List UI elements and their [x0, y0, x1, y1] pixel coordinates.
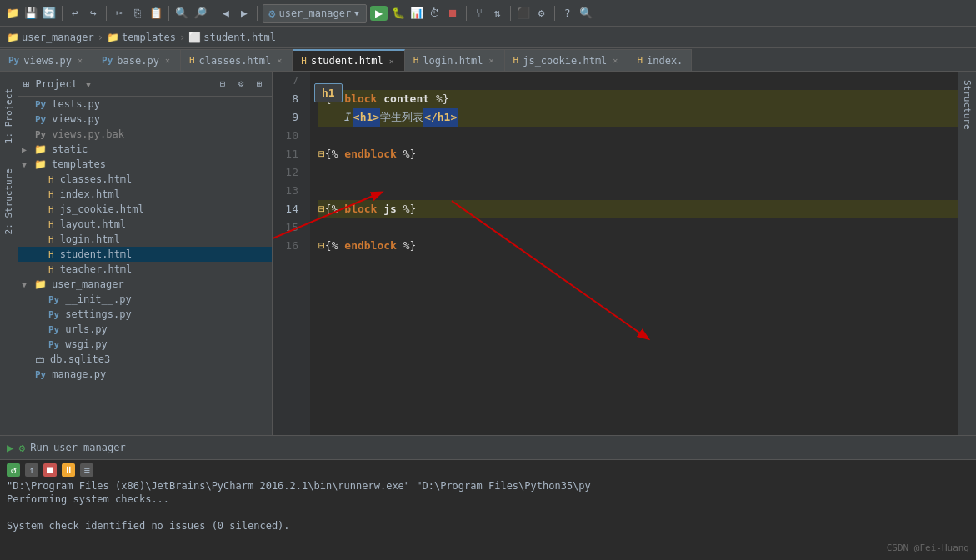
- run-button[interactable]: ▶: [370, 6, 388, 21]
- tree-item-teacher-html[interactable]: H teacher.html: [18, 262, 272, 277]
- code-line-11: ⊟ {% endblock %}: [318, 145, 958, 163]
- tab-index[interactable]: H index.: [628, 49, 692, 71]
- help-icon[interactable]: ?: [560, 6, 575, 21]
- find-next-icon[interactable]: 🔎: [193, 6, 208, 21]
- breadcrumb-project[interactable]: 📁 user_manager: [7, 32, 94, 43]
- console-list-btn[interactable]: ≡: [80, 463, 93, 477]
- tab-label: classes.html: [199, 55, 272, 67]
- tab-close-login-html[interactable]: ✕: [488, 56, 496, 65]
- run-config-dropdown[interactable]: ⚙ user_manager ▼: [263, 4, 367, 22]
- html-icon: H: [189, 55, 195, 66]
- console-stop-btn[interactable]: ⏹: [43, 463, 57, 477]
- tree-item-wsgi-py[interactable]: Py wsgi.py: [18, 337, 272, 352]
- tree-item-js-cookie-html[interactable]: H js_cookie.html: [18, 202, 272, 217]
- expand-icon[interactable]: ⊞: [252, 77, 267, 92]
- settings-icon[interactable]: ⚙: [534, 6, 549, 21]
- tree-item-views-py[interactable]: Py views.py: [18, 112, 272, 127]
- tree-item-index-html[interactable]: H index.html: [18, 187, 272, 202]
- editor-area[interactable]: h1 7 8 9 10 11 12 13 14 15 16: [273, 72, 958, 435]
- update-icon[interactable]: ⇅: [490, 6, 505, 21]
- console-rerun-btn[interactable]: ↺: [7, 463, 20, 477]
- breadcrumb-file[interactable]: ⬜ student.html: [188, 32, 276, 43]
- code-line-14: ⊟ {% block js %}: [318, 200, 958, 218]
- profile-icon[interactable]: ⏱: [428, 6, 443, 21]
- tab-close-js-cookie-html[interactable]: ✕: [611, 56, 619, 65]
- tree-item-init-py[interactable]: Py __init__.py: [18, 292, 272, 307]
- html-icon: H: [413, 55, 419, 66]
- redo-icon[interactable]: ↪: [86, 6, 101, 21]
- save-icon[interactable]: 💾: [23, 6, 38, 21]
- line-num-10: 10: [273, 127, 303, 145]
- sep7: [510, 6, 511, 21]
- stop-icon[interactable]: ⏹: [446, 6, 461, 21]
- forward-icon[interactable]: ▶: [237, 6, 252, 21]
- tree-item-student-html[interactable]: H student.html: [18, 247, 272, 262]
- cursor-caret: I: [343, 108, 350, 127]
- tab-views-py[interactable]: Py views.py ✕: [0, 49, 93, 71]
- tab-close-classes-html[interactable]: ✕: [275, 56, 283, 65]
- tab-close-base-py[interactable]: ✕: [163, 56, 172, 65]
- file-icon-py: Py: [48, 309, 59, 320]
- tab-label: index.: [647, 55, 683, 67]
- file-icon-html: H: [48, 264, 54, 275]
- undo-icon[interactable]: ↩: [68, 6, 83, 21]
- coverage-icon[interactable]: 📊: [409, 6, 424, 21]
- find-icon[interactable]: 🔍: [174, 6, 189, 21]
- tab-close-views-py[interactable]: ✕: [76, 56, 84, 65]
- tab-login-html[interactable]: H login.html ✕: [405, 49, 505, 71]
- console-up-btn[interactable]: ↑: [25, 463, 38, 477]
- line-numbers: 7 8 9 10 11 12 13 14 15 16: [273, 72, 310, 435]
- panel-tab-structure[interactable]: 2: Structure: [3, 168, 14, 234]
- console-pause-btn[interactable]: ⏸: [62, 463, 75, 477]
- tree-item-label: classes.html: [60, 173, 133, 185]
- tree-item-tests-py[interactable]: Py tests.py: [18, 97, 272, 112]
- file-icon-bak: Py: [35, 129, 46, 140]
- tree-item-layout-html[interactable]: H layout.html: [18, 217, 272, 232]
- tree-item-manage-py[interactable]: Py manage.py: [18, 367, 272, 382]
- tree-item-classes-html[interactable]: H classes.html: [18, 172, 272, 187]
- structure-panel-label[interactable]: Structure: [962, 80, 973, 130]
- settings-sidebar-icon[interactable]: ⚙: [233, 77, 248, 92]
- debug-icon[interactable]: 🐛: [391, 6, 406, 21]
- tab-label: login.html: [423, 55, 483, 67]
- file-icon-html: H: [48, 249, 54, 260]
- selected-h1-open: <h1>: [353, 108, 380, 127]
- panel-tab-project[interactable]: 1: Project: [3, 88, 14, 143]
- terminal-icon[interactable]: ⬛: [516, 6, 531, 21]
- selected-h1-close: </h1>: [423, 108, 458, 127]
- tab-js-cookie-html[interactable]: H js_cookie.html ✕: [505, 49, 629, 71]
- vcs-icon[interactable]: ⑂: [472, 6, 487, 21]
- back-icon[interactable]: ◀: [218, 6, 233, 21]
- tree-item-user-manager[interactable]: ▼ 📁 user_manager: [18, 277, 272, 292]
- tab-label: views.py: [23, 55, 72, 67]
- tab-classes-html[interactable]: H classes.html ✕: [181, 49, 293, 71]
- tree-item-db-sqlite3[interactable]: 🗃 db.sqlite3: [18, 352, 272, 367]
- tree-item-label: urls.py: [65, 323, 108, 335]
- tree-item-settings-py[interactable]: Py settings.py: [18, 307, 272, 322]
- copy-icon[interactable]: ⎘: [130, 6, 145, 21]
- collapse-all-icon[interactable]: ⊟: [215, 77, 230, 92]
- tree-item-views-py-bak[interactable]: Py views.py.bak: [18, 127, 272, 142]
- sidebar: ⊞ Project ▼ ⊟ ⚙ ⊞ Py tests.py Py views.p…: [18, 72, 273, 435]
- breadcrumb-templates[interactable]: 📁 templates: [107, 32, 176, 43]
- code-line-9: I <h1> 学生列表 </h1>: [318, 108, 958, 127]
- tree-item-login-html[interactable]: H login.html: [18, 232, 272, 247]
- code-line-13: [318, 182, 958, 200]
- tree-item-static[interactable]: ▶ 📁 static: [18, 142, 272, 157]
- paste-icon[interactable]: 📋: [148, 6, 163, 21]
- history-icon[interactable]: 🔄: [42, 6, 57, 21]
- fold-icon-14: ⊟: [318, 200, 325, 218]
- folder-icon[interactable]: 📁: [5, 6, 20, 21]
- tab-base-py[interactable]: Py base.py ✕: [93, 49, 181, 71]
- tree-item-urls-py[interactable]: Py urls.py: [18, 322, 272, 337]
- search-everywhere-icon[interactable]: 🔍: [578, 6, 593, 21]
- tab-student-html[interactable]: H student.html ✕: [293, 49, 404, 71]
- cut-icon[interactable]: ✂: [112, 6, 127, 21]
- code-editor[interactable]: ⊟ {% block content %} I <h1> 学生列表: [310, 72, 958, 435]
- run-config-icon: ⚙: [18, 442, 25, 454]
- fold-end-icon-16: ⊟: [318, 237, 325, 255]
- breadcrumb-sep2: ›: [179, 32, 185, 43]
- tab-close-student-html[interactable]: ✕: [388, 57, 396, 66]
- breadcrumb-sep1: ›: [98, 32, 103, 43]
- tree-item-templates[interactable]: ▼ 📁 templates: [18, 157, 272, 172]
